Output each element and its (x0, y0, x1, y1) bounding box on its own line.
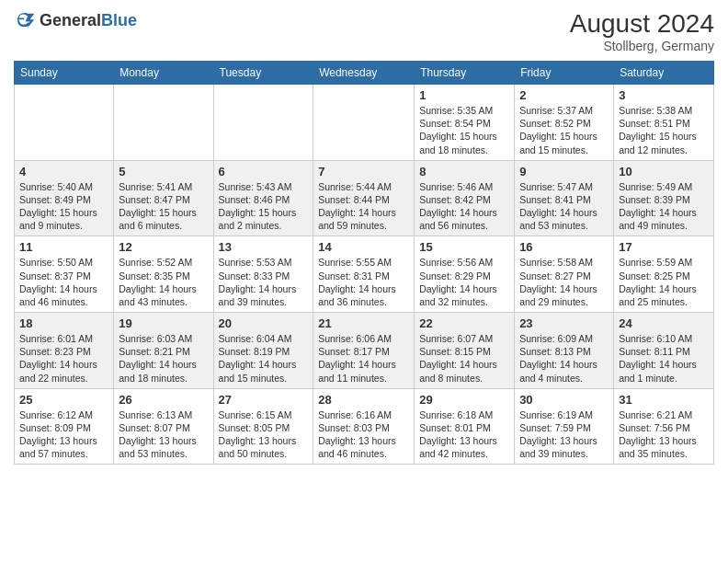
day-info: Sunrise: 6:18 AMSunset: 8:01 PMDaylight:… (419, 408, 509, 461)
header-wednesday: Wednesday (313, 62, 415, 85)
day-info: Sunrise: 5:46 AMSunset: 8:42 PMDaylight:… (419, 180, 509, 233)
day-info: Sunrise: 6:03 AMSunset: 8:21 PMDaylight:… (119, 332, 208, 385)
table-row: 14Sunrise: 5:55 AMSunset: 8:31 PMDayligh… (313, 236, 415, 313)
table-row: 22Sunrise: 6:07 AMSunset: 8:15 PMDayligh… (415, 313, 515, 389)
day-info: Sunrise: 6:12 AMSunset: 8:09 PMDaylight:… (19, 408, 108, 461)
day-number: 17 (619, 240, 709, 254)
day-info: Sunrise: 5:49 AMSunset: 8:39 PMDaylight:… (619, 180, 709, 233)
day-info: Sunrise: 5:59 AMSunset: 8:25 PMDaylight:… (619, 256, 709, 308)
calendar-week-row: 18Sunrise: 6:01 AMSunset: 8:23 PMDayligh… (15, 313, 714, 389)
header-sunday: Sunday (15, 62, 114, 85)
day-info: Sunrise: 6:07 AMSunset: 8:15 PMDaylight:… (419, 332, 509, 385)
table-row (213, 85, 313, 161)
day-info: Sunrise: 5:35 AMSunset: 8:54 PMDaylight:… (419, 104, 509, 156)
day-info: Sunrise: 6:06 AMSunset: 8:17 PMDaylight:… (318, 332, 409, 385)
header-tuesday: Tuesday (213, 62, 313, 85)
day-number: 8 (419, 165, 509, 178)
day-number: 6 (219, 165, 309, 178)
header-thursday: Thursday (415, 62, 515, 85)
day-number: 22 (419, 316, 509, 330)
day-info: Sunrise: 5:55 AMSunset: 8:31 PMDaylight:… (318, 256, 409, 308)
logo-text: GeneralBlue (40, 11, 137, 30)
day-info: Sunrise: 5:40 AMSunset: 8:49 PMDaylight:… (19, 180, 108, 233)
table-row: 31Sunrise: 6:21 AMSunset: 7:56 PMDayligh… (614, 388, 714, 465)
day-number: 25 (19, 393, 108, 407)
table-row: 4Sunrise: 5:40 AMSunset: 8:49 PMDaylight… (15, 160, 114, 236)
day-number: 30 (519, 393, 609, 407)
day-number: 15 (419, 240, 509, 254)
table-row: 15Sunrise: 5:56 AMSunset: 8:29 PMDayligh… (415, 236, 515, 313)
day-number: 19 (119, 316, 208, 330)
calendar-week-row: 25Sunrise: 6:12 AMSunset: 8:09 PMDayligh… (15, 388, 714, 465)
table-row: 23Sunrise: 6:09 AMSunset: 8:13 PMDayligh… (515, 313, 614, 389)
month-year: August 2024 (570, 9, 714, 39)
day-info: Sunrise: 5:44 AMSunset: 8:44 PMDaylight:… (318, 180, 409, 233)
day-number: 29 (419, 393, 509, 407)
day-number: 5 (119, 165, 208, 178)
day-number: 23 (519, 316, 609, 330)
header-friday: Friday (515, 62, 614, 85)
logo-icon (14, 9, 36, 31)
table-row: 1Sunrise: 5:35 AMSunset: 8:54 PMDaylight… (415, 85, 515, 161)
calendar-week-row: 4Sunrise: 5:40 AMSunset: 8:49 PMDaylight… (15, 160, 714, 236)
day-number: 4 (19, 165, 108, 178)
day-number: 10 (619, 165, 709, 178)
day-info: Sunrise: 5:38 AMSunset: 8:51 PMDaylight:… (619, 104, 709, 156)
table-row: 9Sunrise: 5:47 AMSunset: 8:41 PMDaylight… (515, 160, 614, 236)
table-row (313, 85, 415, 161)
day-info: Sunrise: 6:19 AMSunset: 7:59 PMDaylight:… (519, 408, 609, 461)
table-row: 19Sunrise: 6:03 AMSunset: 8:21 PMDayligh… (114, 313, 213, 389)
calendar-table: Sunday Monday Tuesday Wednesday Thursday… (14, 61, 714, 465)
day-number: 26 (119, 393, 208, 407)
day-number: 24 (619, 316, 709, 330)
table-row: 6Sunrise: 5:43 AMSunset: 8:46 PMDaylight… (213, 160, 313, 236)
day-number: 18 (19, 316, 108, 330)
table-row: 27Sunrise: 6:15 AMSunset: 8:05 PMDayligh… (213, 388, 313, 465)
day-info: Sunrise: 6:04 AMSunset: 8:19 PMDaylight:… (219, 332, 309, 385)
day-number: 11 (19, 240, 108, 254)
table-row: 17Sunrise: 5:59 AMSunset: 8:25 PMDayligh… (614, 236, 714, 313)
table-row: 21Sunrise: 6:06 AMSunset: 8:17 PMDayligh… (313, 313, 415, 389)
day-number: 1 (419, 88, 509, 102)
table-row: 3Sunrise: 5:38 AMSunset: 8:51 PMDaylight… (614, 85, 714, 161)
day-info: Sunrise: 6:13 AMSunset: 8:07 PMDaylight:… (119, 408, 208, 461)
day-info: Sunrise: 5:41 AMSunset: 8:47 PMDaylight:… (119, 180, 208, 233)
table-row: 5Sunrise: 5:41 AMSunset: 8:47 PMDaylight… (114, 160, 213, 236)
day-number: 31 (619, 393, 709, 407)
header-saturday: Saturday (614, 62, 714, 85)
day-info: Sunrise: 5:50 AMSunset: 8:37 PMDaylight:… (19, 256, 108, 308)
day-number: 2 (519, 88, 609, 102)
day-number: 3 (619, 88, 709, 102)
logo: GeneralBlue (14, 9, 137, 31)
day-info: Sunrise: 6:10 AMSunset: 8:11 PMDaylight:… (619, 332, 709, 385)
table-row: 11Sunrise: 5:50 AMSunset: 8:37 PMDayligh… (15, 236, 114, 313)
day-info: Sunrise: 5:56 AMSunset: 8:29 PMDaylight:… (419, 256, 509, 308)
table-row: 29Sunrise: 6:18 AMSunset: 8:01 PMDayligh… (415, 388, 515, 465)
table-row: 24Sunrise: 6:10 AMSunset: 8:11 PMDayligh… (614, 313, 714, 389)
page-header: GeneralBlue August 2024 Stollberg, Germa… (14, 9, 714, 53)
day-info: Sunrise: 5:52 AMSunset: 8:35 PMDaylight:… (119, 256, 208, 308)
calendar-week-row: 11Sunrise: 5:50 AMSunset: 8:37 PMDayligh… (15, 236, 714, 313)
table-row: 13Sunrise: 5:53 AMSunset: 8:33 PMDayligh… (213, 236, 313, 313)
table-row: 7Sunrise: 5:44 AMSunset: 8:44 PMDaylight… (313, 160, 415, 236)
table-row: 12Sunrise: 5:52 AMSunset: 8:35 PMDayligh… (114, 236, 213, 313)
day-info: Sunrise: 5:47 AMSunset: 8:41 PMDaylight:… (519, 180, 609, 233)
table-row: 30Sunrise: 6:19 AMSunset: 7:59 PMDayligh… (515, 388, 614, 465)
day-number: 27 (219, 393, 309, 407)
calendar-week-row: 1Sunrise: 5:35 AMSunset: 8:54 PMDaylight… (15, 85, 714, 161)
day-info: Sunrise: 6:15 AMSunset: 8:05 PMDaylight:… (219, 408, 309, 461)
day-info: Sunrise: 5:53 AMSunset: 8:33 PMDaylight:… (219, 256, 309, 308)
table-row: 16Sunrise: 5:58 AMSunset: 8:27 PMDayligh… (515, 236, 614, 313)
day-number: 14 (318, 240, 409, 254)
table-row: 25Sunrise: 6:12 AMSunset: 8:09 PMDayligh… (15, 388, 114, 465)
day-info: Sunrise: 6:16 AMSunset: 8:03 PMDaylight:… (318, 408, 409, 461)
day-info: Sunrise: 5:43 AMSunset: 8:46 PMDaylight:… (219, 180, 309, 233)
title-block: August 2024 Stollberg, Germany (570, 9, 714, 53)
day-number: 7 (318, 165, 409, 178)
header-monday: Monday (114, 62, 213, 85)
day-info: Sunrise: 6:09 AMSunset: 8:13 PMDaylight:… (519, 332, 609, 385)
day-info: Sunrise: 5:37 AMSunset: 8:52 PMDaylight:… (519, 104, 609, 156)
table-row (15, 85, 114, 161)
day-number: 16 (519, 240, 609, 254)
day-info: Sunrise: 6:21 AMSunset: 7:56 PMDaylight:… (619, 408, 709, 461)
